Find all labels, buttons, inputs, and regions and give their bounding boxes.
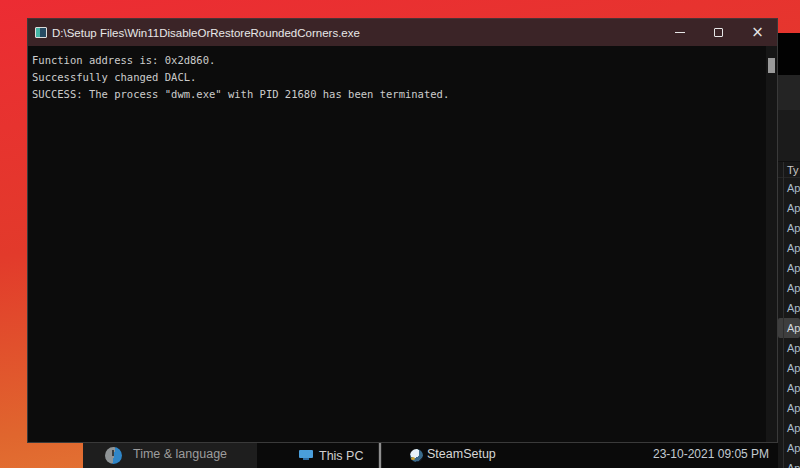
- window-controls: ×: [660, 19, 777, 46]
- file-row[interactable]: Ap: [778, 198, 800, 218]
- explorer-dark-panel: [778, 33, 800, 75]
- console-output: Function address is: 0x2d860.Successfull…: [28, 46, 777, 103]
- console-line: Successfully changed DACL.: [32, 69, 763, 86]
- file-row-steamsetup[interactable]: SteamSetup 23-10-2021 09:05 PM: [407, 443, 778, 468]
- desktop-wallpaper: { "wallpaper": { "top_color": "#ec2c33",…: [0, 0, 800, 468]
- explorer-panel-fragment: [778, 110, 800, 162]
- file-row[interactable]: Ap: [778, 218, 800, 238]
- minimize-button[interactable]: [660, 19, 699, 46]
- nav-item-this-pc[interactable]: This PC: [299, 443, 363, 468]
- console-app-icon: [35, 27, 47, 38]
- console-line: SUCCESS: The process "dwm.exe" with PID …: [32, 86, 763, 103]
- file-row-selected[interactable]: Ap: [778, 318, 800, 338]
- type-column-header[interactable]: Ty: [778, 162, 800, 178]
- file-date-modified: 23-10-2021 09:05 PM: [653, 443, 769, 468]
- minimize-icon: [675, 32, 685, 33]
- file-row[interactable]: Ap: [778, 358, 800, 378]
- console-title: D:\Setup Files\Win11DisableOrRestoreRoun…: [52, 27, 360, 39]
- time-language-icon: [105, 447, 122, 464]
- this-pc-icon: [299, 450, 313, 461]
- console-body: Function address is: 0x2d860.Successfull…: [28, 46, 777, 442]
- scrollbar-thumb[interactable]: [768, 58, 775, 73]
- explorer-toolbar-fragment: [778, 75, 800, 110]
- this-pc-label: This PC: [319, 449, 363, 463]
- file-row[interactable]: Ap: [778, 298, 800, 318]
- file-row[interactable]: Ap: [778, 338, 800, 358]
- close-button[interactable]: ×: [738, 19, 777, 46]
- settings-window-fragment: Time & language: [83, 443, 257, 468]
- file-name: SteamSetup: [427, 443, 496, 468]
- file-row[interactable]: Ap: [778, 438, 800, 458]
- explorer-window-fragment: Ty ApApApApApApApApApApApApApApAp: [778, 33, 800, 468]
- steam-icon: [410, 449, 423, 462]
- file-row[interactable]: Ap: [778, 258, 800, 278]
- console-line: Function address is: 0x2d860.: [32, 52, 763, 69]
- file-row[interactable]: Ap: [778, 278, 800, 298]
- settings-item-time-language[interactable]: Time & language: [133, 443, 227, 468]
- explorer-file-list: ApApApApApApApApApApApApApApAp: [778, 178, 800, 468]
- close-icon: ×: [751, 25, 764, 40]
- console-window[interactable]: D:\Setup Files\Win11DisableOrRestoreRoun…: [27, 18, 778, 443]
- console-scrollbar[interactable]: [766, 46, 777, 442]
- window-edge-divider: [378, 443, 382, 468]
- maximize-icon: [714, 28, 723, 37]
- explorer-type-column: Ty ApApApApApApApApApApApApApApAp: [778, 162, 800, 468]
- maximize-button[interactable]: [699, 19, 738, 46]
- explorer-bottom-fragment: This PC SteamSetup 23-10-2021 09:05 PM: [257, 443, 778, 468]
- file-row[interactable]: Ap: [778, 178, 800, 198]
- file-row[interactable]: Ap: [778, 418, 800, 438]
- file-row[interactable]: Ap: [778, 238, 800, 258]
- file-row[interactable]: Ap: [778, 458, 800, 468]
- file-row[interactable]: Ap: [778, 398, 800, 418]
- console-titlebar[interactable]: D:\Setup Files\Win11DisableOrRestoreRoun…: [28, 19, 777, 46]
- file-row[interactable]: Ap: [778, 378, 800, 398]
